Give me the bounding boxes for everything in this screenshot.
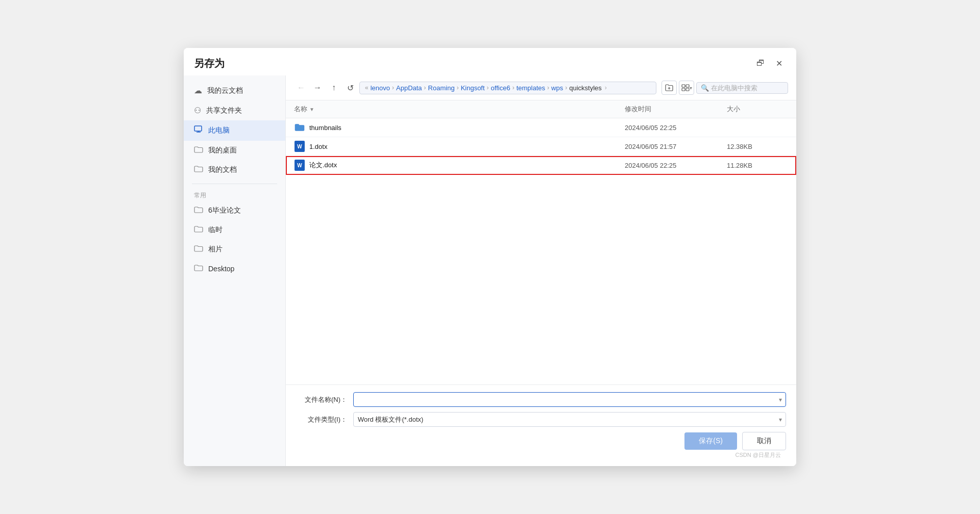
file-name-selected: 论文.dotx bbox=[309, 161, 625, 170]
word-file-icon: W bbox=[294, 141, 305, 152]
bottom-area: 文件名称(N)： ▾ 文件类型(I)： Word 模板文件(*.dotx) ▾ bbox=[286, 384, 796, 466]
file-name: thumbnails bbox=[309, 124, 625, 132]
header-name: 名称 ▼ bbox=[294, 105, 625, 114]
close-button[interactable]: ✕ bbox=[772, 56, 786, 70]
sidebar: ☁ 我的云文档 ⚇ 共享文件夹 此电脑 bbox=[184, 75, 286, 466]
sidebar-item-desktop2[interactable]: Desktop bbox=[184, 259, 285, 278]
search-box[interactable]: 🔍 bbox=[696, 82, 788, 94]
sidebar-item-photos[interactable]: 相片 bbox=[184, 240, 285, 259]
word-icon: W bbox=[295, 141, 305, 152]
view-toggle-button[interactable]: ▾ bbox=[679, 81, 694, 95]
breadcrumb-appdata[interactable]: AppData bbox=[396, 84, 422, 92]
folder-icon bbox=[294, 122, 305, 133]
title-bar: 另存为 🗗 ✕ bbox=[184, 48, 796, 75]
sidebar-label-desktop2: Desktop bbox=[208, 265, 234, 273]
filetype-label: 文件类型(I)： bbox=[296, 415, 347, 424]
filetype-row: 文件类型(I)： Word 模板文件(*.dotx) ▾ bbox=[296, 412, 786, 427]
save-button[interactable]: 保存(S) bbox=[684, 432, 737, 450]
filetype-select-wrapper: Word 模板文件(*.dotx) ▾ bbox=[353, 412, 786, 427]
folder-icon-thesis bbox=[194, 206, 203, 215]
main-body: ☁ 我的云文档 ⚇ 共享文件夹 此电脑 bbox=[184, 75, 796, 466]
filetype-select[interactable]: Word 模板文件(*.dotx) bbox=[353, 412, 786, 427]
sidebar-item-thesis6[interactable]: 6毕业论文 bbox=[184, 201, 285, 220]
sidebar-label-this-pc: 此电脑 bbox=[208, 126, 230, 135]
toolbar-actions: ▾ bbox=[662, 81, 694, 95]
filename-input[interactable] bbox=[353, 392, 786, 407]
folder-icon-temp bbox=[194, 225, 203, 235]
refresh-button[interactable]: ↺ bbox=[343, 81, 357, 95]
sort-arrow: ▼ bbox=[309, 107, 314, 112]
sidebar-divider bbox=[192, 184, 277, 184]
watermark: CSDN @日星月云 bbox=[296, 450, 786, 461]
sidebar-label-temp: 临时 bbox=[208, 225, 223, 235]
file-size-selected: 11.28KB bbox=[727, 162, 788, 169]
dialog-title: 另存为 bbox=[194, 57, 225, 70]
file-modified: 2024/06/05 21:57 bbox=[625, 143, 727, 150]
sidebar-label-documents: 我的文档 bbox=[208, 165, 237, 174]
sidebar-label-cloud: 我的云文档 bbox=[207, 86, 243, 95]
breadcrumb-quickstyles: quickstyles bbox=[569, 84, 602, 92]
up-button[interactable]: ↑ bbox=[327, 81, 341, 95]
table-row-selected[interactable]: W 论文.dotx 2024/06/05 22:25 11.28KB bbox=[286, 156, 796, 175]
folder-icon-documents bbox=[194, 165, 203, 174]
sidebar-label-photos: 相片 bbox=[208, 245, 223, 254]
filename-row: 文件名称(N)： ▾ bbox=[296, 392, 786, 407]
action-row: 保存(S) 取消 bbox=[296, 432, 786, 450]
forward-button[interactable]: → bbox=[310, 81, 325, 95]
restore-button[interactable]: 🗗 bbox=[753, 56, 768, 70]
breadcrumb-templates[interactable]: templates bbox=[517, 84, 545, 92]
folder-icon-desktop2 bbox=[194, 264, 203, 273]
section-label-frequent: 常用 bbox=[184, 188, 285, 201]
breadcrumb-wps[interactable]: wps bbox=[551, 84, 563, 92]
table-row[interactable]: W 1.dotx 2024/06/05 21:57 12.38KB bbox=[286, 137, 796, 156]
svg-rect-8 bbox=[686, 88, 689, 91]
sidebar-label-shared: 共享文件夹 bbox=[206, 106, 242, 115]
filename-input-wrapper: ▾ bbox=[353, 392, 786, 407]
sidebar-item-documents[interactable]: 我的文档 bbox=[184, 160, 285, 179]
table-row[interactable]: thumbnails 2024/06/05 22:25 bbox=[286, 118, 796, 137]
file-list-header: 名称 ▼ 修改时间 大小 bbox=[286, 100, 796, 118]
breadcrumb-office6[interactable]: office6 bbox=[491, 84, 510, 92]
header-modified: 修改时间 bbox=[625, 105, 727, 114]
file-name: 1.dotx bbox=[309, 143, 625, 150]
shared-icon: ⚇ bbox=[194, 106, 201, 115]
toolbar: ← → ↑ ↺ « lenovo › AppData › Roaming › K… bbox=[286, 75, 796, 100]
back-button[interactable]: ← bbox=[294, 81, 308, 95]
word-icon-selected: W bbox=[295, 160, 305, 171]
breadcrumb-lenovo[interactable]: lenovo bbox=[371, 84, 390, 92]
file-list: 名称 ▼ 修改时间 大小 thumbnails 2024/06/05 22:25 bbox=[286, 100, 796, 384]
file-size: 12.38KB bbox=[727, 143, 788, 150]
breadcrumb-bar: « lenovo › AppData › Roaming › Kingsoft … bbox=[359, 82, 656, 94]
sidebar-item-temp[interactable]: 临时 bbox=[184, 220, 285, 240]
sidebar-item-shared[interactable]: ⚇ 共享文件夹 bbox=[184, 100, 285, 120]
breadcrumb-kingsoft[interactable]: Kingsoft bbox=[461, 84, 485, 92]
sidebar-label-thesis6: 6毕业论文 bbox=[208, 206, 241, 215]
cloud-icon: ☁ bbox=[194, 86, 202, 95]
word-file-icon-selected: W bbox=[294, 160, 305, 171]
new-folder-button[interactable] bbox=[662, 81, 677, 95]
svg-rect-0 bbox=[194, 126, 202, 131]
sidebar-item-cloud[interactable]: ☁ 我的云文档 bbox=[184, 81, 285, 100]
svg-rect-5 bbox=[682, 85, 685, 87]
search-input[interactable] bbox=[711, 84, 783, 92]
pc-icon bbox=[194, 125, 203, 136]
filename-label: 文件名称(N)： bbox=[296, 395, 347, 404]
folder-icon-desktop bbox=[194, 146, 203, 155]
search-icon: 🔍 bbox=[701, 84, 709, 92]
content-area: ← → ↑ ↺ « lenovo › AppData › Roaming › K… bbox=[286, 75, 796, 466]
sidebar-item-desktop[interactable]: 我的桌面 bbox=[184, 141, 285, 160]
file-modified: 2024/06/05 22:25 bbox=[625, 124, 727, 132]
sidebar-item-this-pc[interactable]: 此电脑 bbox=[184, 120, 285, 141]
svg-rect-6 bbox=[686, 85, 689, 87]
folder-icon-photos bbox=[194, 245, 203, 254]
breadcrumb-roaming[interactable]: Roaming bbox=[428, 84, 455, 92]
file-modified-selected: 2024/06/05 22:25 bbox=[625, 162, 727, 169]
window-controls: 🗗 ✕ bbox=[753, 56, 786, 70]
header-size: 大小 bbox=[727, 105, 788, 114]
cancel-button[interactable]: 取消 bbox=[742, 432, 786, 450]
svg-rect-7 bbox=[682, 88, 685, 91]
sidebar-label-desktop: 我的桌面 bbox=[208, 146, 237, 155]
save-as-dialog: 另存为 🗗 ✕ ☁ 我的云文档 ⚇ 共享文件夹 bbox=[184, 48, 796, 466]
